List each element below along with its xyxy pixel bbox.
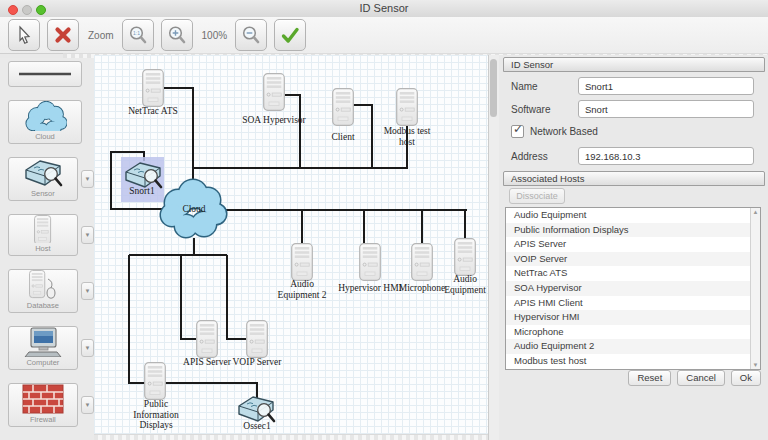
node-label: Client (313, 132, 373, 143)
firewall-icon (21, 384, 65, 414)
list-item[interactable]: Microphone (506, 325, 760, 340)
palette-host-dropdown[interactable]: ▼ (81, 226, 94, 244)
address-input[interactable] (578, 147, 754, 165)
node-soa-hypervisor[interactable] (264, 74, 285, 111)
address-label: Address (511, 151, 578, 162)
app-window: ID Sensor Zoom 1:1 (0, 0, 768, 440)
zoom-label: Zoom (88, 30, 114, 41)
node-hypervisor-hmi[interactable] (360, 244, 381, 281)
software-label: Software (511, 104, 578, 115)
node-modbus-test-host[interactable] (397, 89, 418, 126)
cancel-button[interactable]: Cancel (677, 370, 725, 386)
palette-firewall-dropdown[interactable]: ▼ (81, 396, 94, 414)
node-ossec1[interactable] (239, 397, 274, 421)
software-input[interactable] (578, 100, 754, 118)
zoom-in-icon (167, 25, 187, 45)
zoom-in-button[interactable] (161, 19, 193, 51)
host-icon (34, 215, 52, 243)
zoom-level: 100% (202, 30, 228, 41)
database-icon (26, 270, 60, 300)
window-title: ID Sensor (0, 2, 768, 14)
diagram-canvas[interactable]: NetTrac ATS SOA Hypervisor Client Modbus… (94, 55, 488, 434)
apply-button[interactable] (274, 19, 306, 51)
palette-link-tool[interactable] (8, 61, 82, 87)
zoom-fit-button[interactable]: 1:1 (122, 19, 154, 51)
cursor-tool-button[interactable] (8, 19, 40, 51)
list-scrollbar[interactable]: ▲ ▼ (750, 208, 760, 369)
list-item[interactable]: NetTrac ATS (506, 266, 760, 281)
node-voip-server[interactable] (247, 321, 268, 358)
scrollbar-thumb[interactable] (490, 59, 497, 117)
node-label: Ossec1 (232, 421, 282, 432)
node-label: NetTrac ATS (117, 106, 189, 117)
palette-database[interactable]: Database (8, 269, 78, 313)
palette-firewall[interactable]: Firewall (8, 383, 78, 427)
list-item[interactable]: APIS Server (506, 237, 760, 252)
list-item[interactable]: Hypervisor HMI (506, 310, 760, 325)
palette-sidebar: Cloud Sensor ▼ Host ▼ (0, 58, 95, 440)
canvas-bottom-scrollbar[interactable] (94, 434, 488, 440)
list-item[interactable]: Public Information Displays (506, 223, 760, 238)
node-label: SOA Hypervisor (232, 115, 316, 126)
properties-panel: ID Sensor Name Software ✓ Network Based … (499, 55, 768, 440)
list-item[interactable]: Audio Equipment (506, 208, 760, 223)
palette-computer-dropdown[interactable]: ▼ (81, 339, 94, 357)
list-item[interactable]: VOIP Server (506, 252, 760, 267)
network-based-label: Network Based (530, 126, 598, 137)
node-client[interactable] (333, 89, 354, 126)
list-item[interactable]: Audio Equipment 2 (506, 339, 760, 354)
toolbar: Zoom 1:1 100% (0, 17, 768, 54)
checkmark-icon: ✓ (513, 122, 523, 136)
reset-button[interactable]: Reset (628, 370, 671, 386)
node-audio-equipment[interactable] (455, 239, 476, 276)
zoom-fit-icon: 1:1 (128, 25, 148, 45)
node-public-information-displays[interactable] (145, 363, 166, 400)
list-item[interactable]: APIS HMI Client (506, 296, 760, 311)
palette-computer[interactable]: Computer (8, 326, 78, 370)
zoom-out-button[interactable] (235, 19, 267, 51)
scroll-up-icon[interactable]: ▲ (751, 209, 760, 215)
palette-host[interactable]: Host (8, 214, 78, 256)
node-apis-server[interactable] (197, 321, 218, 358)
network-based-checkbox[interactable]: ✓ (511, 125, 524, 138)
node-label: Public Information Displays (125, 399, 187, 431)
palette-sensor-dropdown[interactable]: ▼ (81, 170, 94, 188)
node-label: Audio Equipment (435, 274, 488, 295)
palette-database-dropdown[interactable]: ▼ (81, 282, 94, 300)
cursor-icon (14, 25, 34, 45)
palette-cloud[interactable]: Cloud (8, 100, 82, 144)
list-item[interactable]: SOA Hypervisor (506, 281, 760, 296)
palette-sensor[interactable]: Sensor (8, 157, 78, 201)
node-nettrac-ats[interactable] (143, 70, 164, 107)
name-label: Name (511, 81, 578, 92)
zoom-out-icon (241, 25, 261, 45)
node-audio-equipment-2[interactable] (292, 244, 313, 281)
node-label: Cloud (169, 204, 219, 215)
delete-button[interactable] (47, 19, 79, 51)
svg-text:1:1: 1:1 (133, 30, 140, 36)
list-item[interactable]: Modbus test host (506, 354, 760, 369)
associated-hosts-list[interactable]: Audio Equipment Public Information Displ… (505, 207, 761, 370)
dissociate-button[interactable]: Dissociate (509, 188, 565, 204)
node-label: Modbus test host (378, 126, 436, 147)
title-bar: ID Sensor (0, 0, 768, 18)
computer-icon (23, 327, 63, 357)
panel-title: ID Sensor (503, 57, 765, 72)
node-label: Snort1 (117, 186, 167, 197)
node-microphone[interactable] (412, 244, 433, 281)
node-label: VOIP Server (221, 357, 293, 368)
sensor-icon (22, 158, 64, 188)
link-line-icon (17, 70, 73, 78)
apply-check-icon (280, 25, 300, 45)
associated-hosts-header: Associated Hosts (503, 171, 765, 186)
name-input[interactable] (578, 77, 754, 95)
cloud-icon (23, 101, 67, 131)
ok-button[interactable]: Ok (731, 370, 761, 386)
scroll-down-icon[interactable]: ▼ (751, 362, 760, 368)
delete-x-icon (53, 25, 73, 45)
